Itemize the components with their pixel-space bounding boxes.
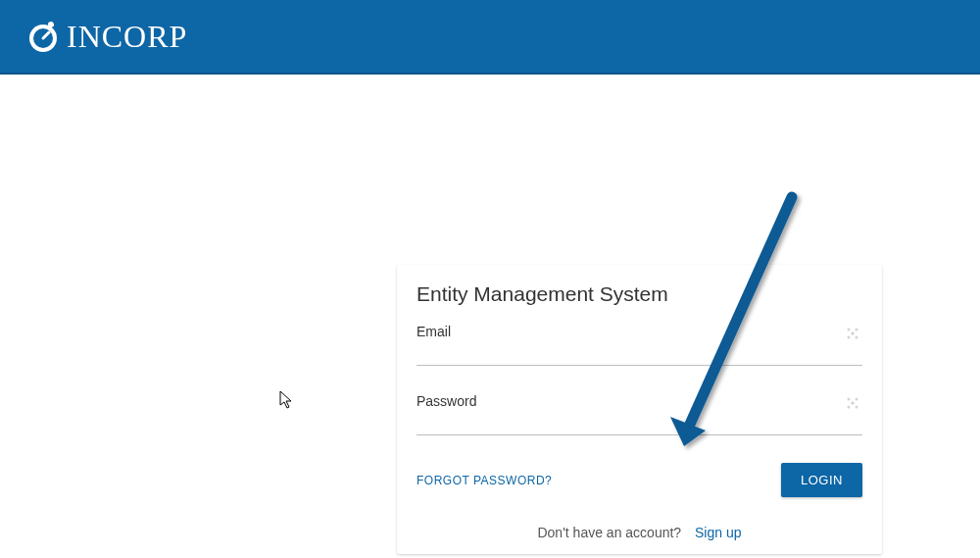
- mouse-cursor-icon: [279, 390, 295, 410]
- email-field-group: Email: [416, 324, 862, 366]
- svg-point-4: [856, 329, 858, 331]
- email-label: Email: [416, 324, 862, 339]
- svg-point-10: [851, 401, 855, 405]
- svg-point-9: [856, 398, 858, 401]
- svg-point-5: [851, 331, 855, 335]
- password-label: Password: [416, 393, 862, 409]
- card-title: Entity Management System: [416, 282, 862, 306]
- login-button[interactable]: LOGIN: [781, 463, 862, 497]
- brand-name: INCORP: [67, 19, 187, 55]
- svg-point-8: [848, 398, 851, 401]
- sparkle-icon: [845, 395, 860, 411]
- password-field-group: Password: [416, 393, 862, 435]
- signup-link[interactable]: Sign up: [695, 525, 741, 540]
- svg-point-3: [848, 329, 851, 331]
- action-row: FORGOT PASSWORD? LOGIN: [416, 463, 862, 497]
- svg-point-12: [856, 406, 858, 409]
- forgot-password-link[interactable]: FORGOT PASSWORD?: [416, 474, 552, 487]
- email-input[interactable]: [416, 343, 862, 366]
- password-input[interactable]: [416, 413, 862, 435]
- svg-point-7: [856, 336, 858, 339]
- signup-row: Don't have an account? Sign up: [416, 517, 862, 540]
- incorp-logo-icon: [25, 19, 61, 54]
- signup-prompt: Don't have an account?: [537, 525, 681, 540]
- svg-point-11: [848, 406, 851, 409]
- app-header: INCORP: [0, 0, 980, 75]
- sparkle-icon: [845, 326, 860, 341]
- login-card: Entity Management System Email Password: [397, 265, 882, 554]
- brand-logo: INCORP: [25, 19, 187, 55]
- svg-point-6: [848, 336, 851, 339]
